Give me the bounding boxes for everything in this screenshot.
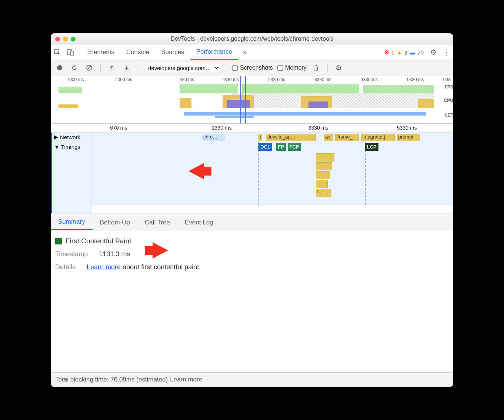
collapse-icon: ▼	[54, 144, 60, 150]
event-name: First Contentful Paint	[66, 237, 131, 245]
blocking-time-label: Total blocking time: 76.09ms (estimated)	[55, 376, 168, 383]
network-item[interactable]: integrator.j	[361, 134, 395, 141]
screenshots-toggle[interactable]: Screenshots	[232, 64, 273, 71]
timings-row: ▼Timings l… DCLFPFCPLCP	[51, 142, 453, 214]
overview-net-lane	[51, 110, 441, 119]
tab-sources[interactable]: Sources	[155, 45, 190, 60]
tabs-overflow-icon[interactable]: »	[238, 49, 251, 56]
event-color-swatch	[55, 238, 62, 244]
expand-icon: ▶	[54, 134, 59, 140]
clear-button[interactable]	[84, 63, 94, 73]
message-icon: ▬	[410, 49, 415, 56]
settings-gear-icon[interactable]: ⚙	[427, 48, 440, 57]
device-toolbar-icon[interactable]	[64, 49, 77, 56]
details-label: Details	[55, 263, 76, 271]
memory-checkbox[interactable]	[277, 65, 283, 71]
overview-fps-lane	[51, 83, 441, 93]
timestamp-label: Timestamp	[55, 250, 88, 258]
minimize-button[interactable]	[63, 37, 68, 41]
overview-cpu-lane	[51, 93, 441, 108]
close-button[interactable]	[55, 37, 60, 41]
network-item[interactable]: f	[258, 134, 262, 141]
tab-performance[interactable]: Performance	[190, 45, 238, 60]
network-item[interactable]: devsite_ap…	[266, 134, 316, 141]
summary-panel: First Contentful Paint Timestamp 1131.3 …	[51, 230, 453, 372]
network-item[interactable]: prompt	[397, 134, 420, 141]
annotation-arrow-icon	[153, 242, 168, 259]
tab-console[interactable]: Console	[120, 45, 155, 60]
record-button[interactable]	[54, 63, 65, 73]
cpu-label: CPU	[441, 98, 453, 103]
footer-learn-more-link[interactable]: Learn more	[170, 376, 202, 383]
more-menu-icon[interactable]: ⋮	[440, 48, 453, 57]
recording-select[interactable]: developers.google.com…	[144, 63, 220, 73]
tab-bottom-up[interactable]: Bottom-Up	[93, 215, 137, 230]
inspect-element-icon[interactable]	[51, 49, 64, 56]
network-item[interactable]: chro…	[202, 134, 226, 141]
load-profile-icon[interactable]	[107, 63, 117, 73]
tab-event-log[interactable]: Event Log	[177, 215, 221, 230]
tab-elements[interactable]: Elements	[82, 45, 120, 60]
annotation-arrow-icon	[188, 163, 204, 179]
timing-marker-dcl[interactable]: DCL	[258, 143, 272, 151]
network-item[interactable]: iframe_	[335, 134, 359, 141]
svg-rect-2	[70, 51, 74, 55]
network-item[interactable]: as	[324, 134, 333, 141]
reload-record-button[interactable]	[69, 63, 80, 73]
flame-chart[interactable]: −670 ms 1330 ms 3330 ms 5330 ms ▶Network…	[51, 124, 453, 214]
tab-call-tree[interactable]: Call Tree	[137, 215, 177, 230]
error-icon: ⊗	[384, 49, 389, 56]
network-row: ▶Network chro…fdevsite_ap…asiframe_integ…	[51, 133, 453, 142]
warning-icon: ▲	[397, 49, 402, 56]
devtools-window: DevTools - developers.google.com/web/too…	[51, 33, 453, 387]
save-profile-icon[interactable]	[121, 63, 132, 73]
learn-more-link[interactable]: Learn more	[87, 263, 121, 271]
net-label: NET	[441, 113, 453, 118]
timings-lane[interactable]: l… DCLFPFCPLCP	[91, 142, 453, 205]
window-controls	[55, 37, 76, 41]
memory-toggle[interactable]: Memory	[277, 64, 307, 71]
status-bar: Total blocking time: 76.09ms (estimated)…	[51, 372, 453, 387]
timing-marker-fp[interactable]: FP	[276, 143, 286, 151]
fps-label: FPS	[441, 84, 453, 90]
main-tabs: Elements Console Sources Performance » ⊗…	[51, 45, 453, 60]
zoom-button[interactable]	[71, 37, 76, 41]
details-tabs: Summary Bottom-Up Call Tree Event Log	[51, 214, 453, 230]
overview-ruler: 1000 ms 2000 ms 330 ms 1330 ms 2330 ms 3…	[51, 76, 453, 83]
tab-summary[interactable]: Summary	[51, 214, 93, 230]
flame-ruler: −670 ms 1330 ms 3330 ms 5330 ms	[51, 124, 453, 133]
timings-row-label[interactable]: ▼Timings	[51, 142, 91, 213]
timestamp-value: 1131.3 ms	[99, 250, 130, 258]
network-row-label[interactable]: ▶Network	[51, 133, 91, 142]
garbage-collect-icon[interactable]: 🗑	[311, 63, 321, 73]
screenshots-checkbox[interactable]	[232, 65, 238, 71]
network-lane[interactable]: chro…fdevsite_ap…asiframe_integrator.jpr…	[91, 133, 453, 142]
overview-timeline[interactable]: 1000 ms 2000 ms 330 ms 1330 ms 2330 ms 3…	[51, 76, 453, 124]
timing-marker-fcp[interactable]: FCP	[288, 143, 301, 151]
timing-marker-lcp[interactable]: LCP	[365, 143, 378, 151]
capture-settings-gear-icon[interactable]: ⚙	[334, 63, 344, 73]
titlebar: DevTools - developers.google.com/web/too…	[51, 33, 453, 45]
notifications[interactable]: ⊗1 ▲2 ▬70	[384, 49, 424, 56]
window-title: DevTools - developers.google.com/web/too…	[51, 36, 453, 42]
performance-toolbar: developers.google.com… Screenshots Memor…	[51, 60, 453, 76]
svg-line-5	[87, 66, 91, 70]
svg-point-3	[57, 65, 62, 70]
